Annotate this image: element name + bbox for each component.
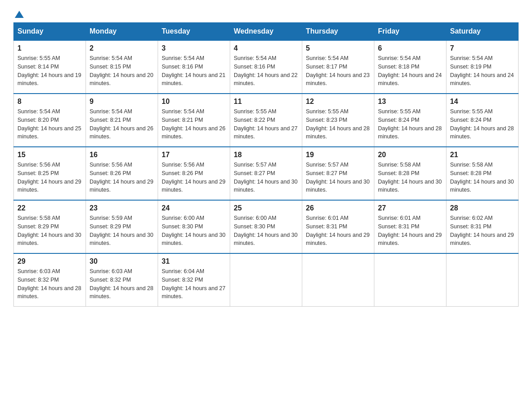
day-info: Sunrise: 5:54 AM Sunset: 8:18 PM Dayligh… bbox=[378, 54, 442, 88]
day-info: Sunrise: 5:54 AM Sunset: 8:16 PM Dayligh… bbox=[162, 54, 226, 88]
calendar-cell: 23 Sunrise: 5:59 AM Sunset: 8:29 PM Dayl… bbox=[86, 200, 158, 253]
calendar-week-row: 1 Sunrise: 5:55 AM Sunset: 8:14 PM Dayli… bbox=[14, 40, 519, 94]
day-info: Sunrise: 5:54 AM Sunset: 8:21 PM Dayligh… bbox=[90, 107, 154, 141]
day-number: 10 bbox=[162, 98, 226, 106]
calendar-cell: 2 Sunrise: 5:54 AM Sunset: 8:15 PM Dayli… bbox=[86, 40, 158, 94]
weekday-header-wednesday: Wednesday bbox=[230, 23, 302, 41]
day-number: 8 bbox=[17, 98, 82, 106]
day-info: Sunrise: 5:54 AM Sunset: 8:17 PM Dayligh… bbox=[306, 54, 370, 88]
calendar-cell: 19 Sunrise: 5:57 AM Sunset: 8:27 PM Dayl… bbox=[302, 147, 374, 200]
day-number: 26 bbox=[306, 204, 370, 212]
day-info: Sunrise: 5:54 AM Sunset: 8:21 PM Dayligh… bbox=[162, 107, 226, 141]
day-info: Sunrise: 5:57 AM Sunset: 8:27 PM Dayligh… bbox=[234, 161, 298, 194]
calendar-cell: 16 Sunrise: 5:56 AM Sunset: 8:26 PM Dayl… bbox=[86, 147, 158, 200]
day-number: 14 bbox=[450, 98, 515, 106]
day-number: 28 bbox=[450, 204, 515, 212]
day-number: 13 bbox=[378, 98, 442, 106]
calendar-cell: 7 Sunrise: 5:54 AM Sunset: 8:19 PM Dayli… bbox=[446, 40, 519, 94]
calendar-cell: 5 Sunrise: 5:54 AM Sunset: 8:17 PM Dayli… bbox=[302, 40, 374, 94]
calendar-cell: 21 Sunrise: 5:58 AM Sunset: 8:28 PM Dayl… bbox=[446, 147, 519, 200]
calendar-cell: 30 Sunrise: 6:03 AM Sunset: 8:32 PM Dayl… bbox=[86, 253, 158, 307]
day-info: Sunrise: 6:01 AM Sunset: 8:31 PM Dayligh… bbox=[378, 214, 442, 248]
day-info: Sunrise: 5:59 AM Sunset: 8:29 PM Dayligh… bbox=[90, 214, 154, 248]
calendar-cell: 8 Sunrise: 5:54 AM Sunset: 8:20 PM Dayli… bbox=[14, 94, 86, 147]
day-info: Sunrise: 5:56 AM Sunset: 8:26 PM Dayligh… bbox=[90, 161, 154, 194]
day-number: 3 bbox=[162, 44, 226, 52]
calendar-week-row: 15 Sunrise: 5:56 AM Sunset: 8:25 PM Dayl… bbox=[14, 147, 519, 200]
logo-triangle-icon bbox=[15, 11, 24, 18]
day-number: 24 bbox=[162, 204, 226, 212]
calendar-cell: 22 Sunrise: 5:58 AM Sunset: 8:29 PM Dayl… bbox=[14, 200, 86, 253]
weekday-header-thursday: Thursday bbox=[302, 23, 374, 41]
calendar-week-row: 8 Sunrise: 5:54 AM Sunset: 8:20 PM Dayli… bbox=[14, 94, 519, 147]
weekday-header-monday: Monday bbox=[86, 23, 158, 41]
day-info: Sunrise: 5:58 AM Sunset: 8:28 PM Dayligh… bbox=[450, 161, 515, 194]
weekday-header-friday: Friday bbox=[374, 23, 446, 41]
calendar-cell: 20 Sunrise: 5:58 AM Sunset: 8:28 PM Dayl… bbox=[374, 147, 446, 200]
calendar-cell: 1 Sunrise: 5:55 AM Sunset: 8:14 PM Dayli… bbox=[14, 40, 86, 94]
day-info: Sunrise: 5:54 AM Sunset: 8:20 PM Dayligh… bbox=[17, 107, 82, 141]
weekday-header-row: SundayMondayTuesdayWednesdayThursdayFrid… bbox=[14, 23, 519, 41]
calendar-cell: 10 Sunrise: 5:54 AM Sunset: 8:21 PM Dayl… bbox=[158, 94, 230, 147]
calendar-cell bbox=[302, 253, 374, 307]
day-number: 6 bbox=[378, 44, 442, 52]
logo bbox=[13, 9, 24, 18]
calendar-week-row: 22 Sunrise: 5:58 AM Sunset: 8:29 PM Dayl… bbox=[14, 200, 519, 253]
calendar-cell: 28 Sunrise: 6:02 AM Sunset: 8:31 PM Dayl… bbox=[446, 200, 519, 253]
calendar-cell: 31 Sunrise: 6:04 AM Sunset: 8:32 PM Dayl… bbox=[158, 253, 230, 307]
day-number: 16 bbox=[90, 151, 154, 159]
calendar-cell: 26 Sunrise: 6:01 AM Sunset: 8:31 PM Dayl… bbox=[302, 200, 374, 253]
day-number: 22 bbox=[17, 204, 82, 212]
day-info: Sunrise: 6:04 AM Sunset: 8:32 PM Dayligh… bbox=[162, 267, 226, 301]
calendar-cell: 13 Sunrise: 5:55 AM Sunset: 8:24 PM Dayl… bbox=[374, 94, 446, 147]
weekday-header-saturday: Saturday bbox=[446, 23, 519, 41]
day-info: Sunrise: 5:57 AM Sunset: 8:27 PM Dayligh… bbox=[306, 161, 370, 194]
day-info: Sunrise: 6:00 AM Sunset: 8:30 PM Dayligh… bbox=[234, 214, 298, 248]
calendar-cell: 12 Sunrise: 5:55 AM Sunset: 8:23 PM Dayl… bbox=[302, 94, 374, 147]
day-info: Sunrise: 5:55 AM Sunset: 8:14 PM Dayligh… bbox=[17, 54, 82, 88]
day-info: Sunrise: 6:02 AM Sunset: 8:31 PM Dayligh… bbox=[450, 214, 515, 248]
day-number: 31 bbox=[162, 257, 226, 265]
calendar-cell bbox=[230, 253, 302, 307]
day-number: 1 bbox=[17, 44, 82, 52]
day-info: Sunrise: 6:03 AM Sunset: 8:32 PM Dayligh… bbox=[17, 267, 82, 301]
day-info: Sunrise: 5:55 AM Sunset: 8:23 PM Dayligh… bbox=[306, 107, 370, 141]
day-info: Sunrise: 5:54 AM Sunset: 8:19 PM Dayligh… bbox=[450, 54, 515, 88]
day-info: Sunrise: 5:54 AM Sunset: 8:16 PM Dayligh… bbox=[234, 54, 298, 88]
day-info: Sunrise: 5:54 AM Sunset: 8:15 PM Dayligh… bbox=[90, 54, 154, 88]
day-number: 9 bbox=[90, 98, 154, 106]
calendar-cell: 4 Sunrise: 5:54 AM Sunset: 8:16 PM Dayli… bbox=[230, 40, 302, 94]
day-number: 23 bbox=[90, 204, 154, 212]
day-info: Sunrise: 5:58 AM Sunset: 8:28 PM Dayligh… bbox=[378, 161, 442, 194]
calendar-cell: 27 Sunrise: 6:01 AM Sunset: 8:31 PM Dayl… bbox=[374, 200, 446, 253]
day-number: 19 bbox=[306, 151, 370, 159]
calendar-cell: 17 Sunrise: 5:56 AM Sunset: 8:26 PM Dayl… bbox=[158, 147, 230, 200]
calendar-cell: 24 Sunrise: 6:00 AM Sunset: 8:30 PM Dayl… bbox=[158, 200, 230, 253]
calendar-cell: 29 Sunrise: 6:03 AM Sunset: 8:32 PM Dayl… bbox=[14, 253, 86, 307]
weekday-header-tuesday: Tuesday bbox=[158, 23, 230, 41]
day-number: 20 bbox=[378, 151, 442, 159]
day-info: Sunrise: 5:55 AM Sunset: 8:24 PM Dayligh… bbox=[378, 107, 442, 141]
calendar-cell: 9 Sunrise: 5:54 AM Sunset: 8:21 PM Dayli… bbox=[86, 94, 158, 147]
weekday-header-sunday: Sunday bbox=[14, 23, 86, 41]
day-number: 25 bbox=[234, 204, 298, 212]
day-info: Sunrise: 6:01 AM Sunset: 8:31 PM Dayligh… bbox=[306, 214, 370, 248]
calendar-table: SundayMondayTuesdayWednesdayThursdayFrid… bbox=[13, 22, 519, 307]
day-info: Sunrise: 6:03 AM Sunset: 8:32 PM Dayligh… bbox=[90, 267, 154, 301]
calendar-cell: 18 Sunrise: 5:57 AM Sunset: 8:27 PM Dayl… bbox=[230, 147, 302, 200]
day-number: 29 bbox=[17, 257, 82, 265]
day-number: 18 bbox=[234, 151, 298, 159]
day-info: Sunrise: 5:55 AM Sunset: 8:24 PM Dayligh… bbox=[450, 107, 515, 141]
svg-marker-0 bbox=[15, 11, 24, 18]
page-header bbox=[13, 9, 519, 18]
day-number: 7 bbox=[450, 44, 515, 52]
calendar-cell: 14 Sunrise: 5:55 AM Sunset: 8:24 PM Dayl… bbox=[446, 94, 519, 147]
day-info: Sunrise: 5:55 AM Sunset: 8:22 PM Dayligh… bbox=[234, 107, 298, 141]
day-number: 11 bbox=[234, 98, 298, 106]
calendar-cell: 11 Sunrise: 5:55 AM Sunset: 8:22 PM Dayl… bbox=[230, 94, 302, 147]
calendar-cell: 15 Sunrise: 5:56 AM Sunset: 8:25 PM Dayl… bbox=[14, 147, 86, 200]
day-info: Sunrise: 5:56 AM Sunset: 8:26 PM Dayligh… bbox=[162, 161, 226, 194]
day-number: 17 bbox=[162, 151, 226, 159]
day-info: Sunrise: 5:58 AM Sunset: 8:29 PM Dayligh… bbox=[17, 214, 82, 248]
calendar-cell bbox=[446, 253, 519, 307]
